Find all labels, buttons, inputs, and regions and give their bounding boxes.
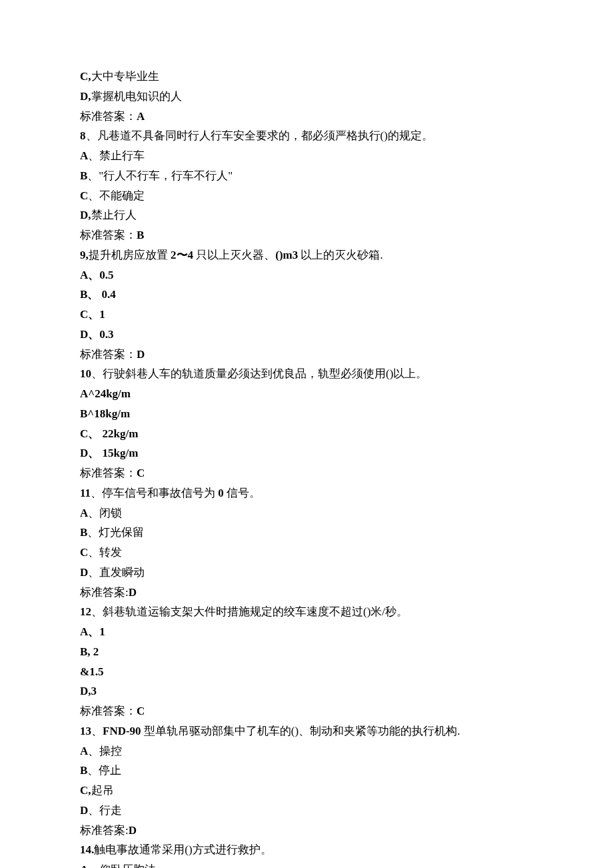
text-line: 标准答案：C	[80, 701, 533, 721]
text-line: A、禁止行车	[80, 146, 533, 166]
text-line: B、 0.4	[80, 285, 533, 305]
text-line: 标准答案：D	[80, 345, 533, 365]
text-line: 标准答案:D	[80, 821, 533, 841]
text-line: 12、斜巷轨道运输支架大件时措施规定的绞车速度不超过()米/秒。	[80, 602, 533, 622]
text-line: 10、行驶斜巷人车的轨道质量必须达到优良品，轨型必须使用()以上。	[80, 364, 533, 384]
text-line: 8、凡巷道不具备同时行人行车安全要求的，都必须严格执行()的规定。	[80, 126, 533, 146]
text-line: D、0.3	[80, 325, 533, 345]
text-line: C、 22kg/m	[80, 424, 533, 444]
text-line: A、操控	[80, 741, 533, 761]
text-line: A、1	[80, 622, 533, 642]
text-line: 标准答案：C	[80, 463, 533, 483]
text-line: C,大中专毕业生	[80, 67, 533, 87]
text-line: 标准答案:D	[80, 583, 533, 603]
text-line: A、闭锁	[80, 503, 533, 523]
text-line: B, 2	[80, 642, 533, 662]
text-line: D、直发瞬动	[80, 563, 533, 583]
text-line: D、行走	[80, 801, 533, 821]
text-line: &1.5	[80, 662, 533, 682]
text-line: 11、停车信号和事故信号为 0 信号。	[80, 483, 533, 503]
text-line: B^18kg/m	[80, 404, 533, 424]
text-line: A^24kg/m	[80, 384, 533, 404]
text-line: D,禁止行人	[80, 205, 533, 225]
text-line: 标准答案：A	[80, 107, 533, 127]
text-line: B、停止	[80, 761, 533, 781]
text-line: B、灯光保留	[80, 523, 533, 543]
text-line: B、"行人不行车，行车不行人"	[80, 166, 533, 186]
text-line: C、不能确定	[80, 186, 533, 206]
text-line: 13、FND-90 型单轨吊驱动部集中了机车的()、制动和夹紧等功能的执行机构.	[80, 721, 533, 741]
text-line: 9,提升机房应放置 2〜4 只以上灭火器、()m3 以上的灭火砂箱.	[80, 245, 533, 265]
text-line: D、 15kg/m	[80, 443, 533, 463]
document-content: C,大中专毕业生D,掌握机电知识的人标准答案：A8、凡巷道不具备同时行人行车安全…	[80, 67, 533, 868]
text-line: D,掌握机电知识的人	[80, 87, 533, 107]
text-line: A、仰卧压胸法	[80, 860, 533, 868]
text-line: D,3	[80, 681, 533, 701]
text-line: C,起吊	[80, 781, 533, 801]
text-line: A、0.5	[80, 265, 533, 285]
text-line: C、转发	[80, 543, 533, 563]
text-line: 14.触电事故通常采用()方式进行救护。	[80, 840, 533, 860]
text-line: 标准答案：B	[80, 225, 533, 245]
text-line: C、1	[80, 305, 533, 325]
